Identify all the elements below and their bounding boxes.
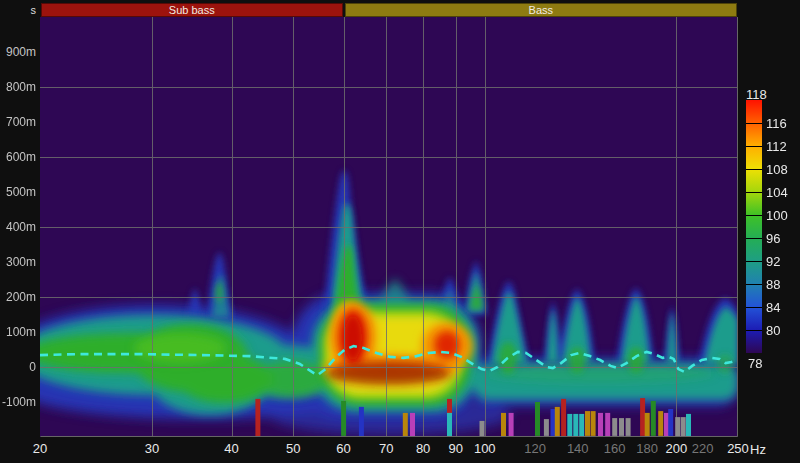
harmonic-bar xyxy=(598,413,603,436)
legend-tick-label: 116 xyxy=(766,117,787,130)
x-tick-label: 20 xyxy=(17,442,63,455)
legend-tick xyxy=(746,192,762,193)
harmonic-bar xyxy=(403,413,408,436)
harmonic-bar xyxy=(658,411,663,436)
harmonic-bar xyxy=(567,414,572,436)
spectrogram-app: s Sub bassBass 900m800m700m600m500m400m3… xyxy=(0,0,800,463)
x-tick-label: 120 xyxy=(512,442,558,455)
harmonic-bar xyxy=(561,399,566,436)
y-tick-label: 500m xyxy=(0,186,36,198)
legend-tick-label: 112 xyxy=(766,140,787,153)
harmonic-bar xyxy=(410,413,415,436)
x-tick-label: 40 xyxy=(209,442,255,455)
harmonic-bar xyxy=(605,413,610,436)
y-tick-label: 300m xyxy=(0,256,36,268)
harmonic-bar xyxy=(640,398,645,436)
harmonic-bar xyxy=(555,407,560,436)
x-tick-label: 30 xyxy=(129,442,175,455)
harmonic-bar xyxy=(535,402,540,436)
spectrogram-plot[interactable] xyxy=(40,17,738,437)
band-bass: Bass xyxy=(345,3,737,17)
harmonic-bar xyxy=(579,414,584,436)
band-sub-bass: Sub bass xyxy=(41,3,343,17)
harmonic-bar xyxy=(255,399,260,436)
harmonic-bar xyxy=(551,409,556,436)
y-tick-label: 0 xyxy=(0,361,36,373)
legend-tick xyxy=(746,146,762,147)
legend-tick-label: 84 xyxy=(766,301,780,314)
x-tick-label: 100 xyxy=(462,442,508,455)
spectrogram-canvas xyxy=(40,17,738,437)
legend-tick-label: 96 xyxy=(766,232,780,245)
harmonic-bar xyxy=(591,411,596,436)
legend-tick-label: 92 xyxy=(766,255,780,268)
y-tick-label: 900m xyxy=(0,46,36,58)
harmonic-bar xyxy=(645,413,650,436)
legend-tick xyxy=(746,169,762,170)
harmonic-bar xyxy=(585,411,590,436)
x-tick-label: 60 xyxy=(321,442,367,455)
legend-tick xyxy=(746,261,762,262)
harmonic-bar xyxy=(681,417,686,436)
legend-min-label: 78 xyxy=(748,356,762,371)
y-tick-label: 800m xyxy=(0,81,36,93)
legend-tick-label: 80 xyxy=(766,324,780,337)
harmonic-bar xyxy=(675,417,680,436)
legend-tick xyxy=(746,330,762,331)
y-tick-label: -100m xyxy=(0,396,36,408)
legend-tick-label: 100 xyxy=(766,209,788,222)
harmonic-bar xyxy=(686,414,691,436)
legend-tick xyxy=(746,123,762,124)
harmonic-bar xyxy=(612,418,617,436)
harmonic-bar xyxy=(668,409,673,436)
y-tick-label: 200m xyxy=(0,291,36,303)
harmonic-bar xyxy=(501,413,506,436)
time-axis-unit: s xyxy=(16,4,36,16)
legend-tick-label: 104 xyxy=(766,186,788,199)
legend-tick xyxy=(746,215,762,216)
harmonic-bar xyxy=(573,414,578,436)
harmonic-bar xyxy=(509,413,514,436)
harmonic-bar xyxy=(626,418,631,436)
harmonic-bar xyxy=(619,418,624,436)
y-tick-label: 600m xyxy=(0,151,36,163)
frequency-axis-unit: Hz xyxy=(750,442,766,457)
harmonic-bar xyxy=(341,401,346,436)
legend-tick xyxy=(746,238,762,239)
harmonic-bar xyxy=(480,421,485,436)
y-tick-label: 700m xyxy=(0,116,36,128)
legend-tick-label: 88 xyxy=(766,278,780,291)
harmonic-bar xyxy=(359,407,364,436)
x-tick-label: 50 xyxy=(270,442,316,455)
harmonic-bar xyxy=(544,419,549,436)
harmonic-bar xyxy=(447,413,452,436)
harmonic-bar xyxy=(651,401,656,436)
legend-tick-label: 108 xyxy=(766,163,788,176)
y-tick-label: 400m xyxy=(0,221,36,233)
legend-tick xyxy=(746,284,762,285)
legend-color-bar xyxy=(746,100,762,353)
y-tick-label: 100m xyxy=(0,326,36,338)
legend-tick xyxy=(746,307,762,308)
